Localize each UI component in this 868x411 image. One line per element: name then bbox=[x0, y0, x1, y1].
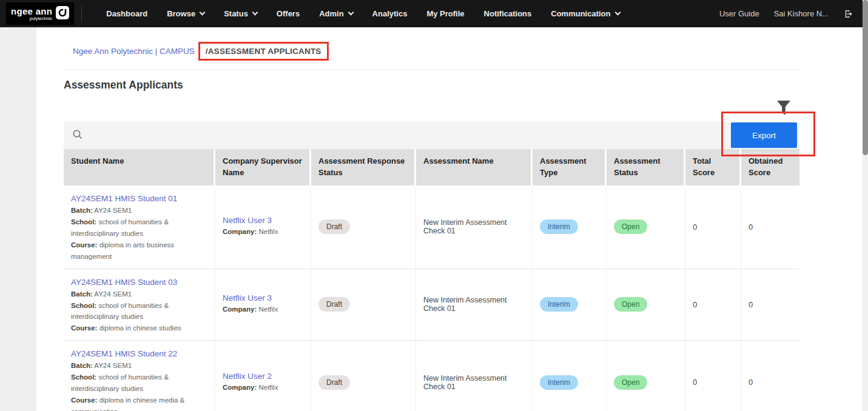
response-status-cell: Draft bbox=[311, 269, 416, 341]
main-content: Ngee Ann Polytechnic | CAMPUS /ASSESSMEN… bbox=[36, 27, 863, 411]
student-cell: AY24SEM1 HMIS Student 01 Batch: AY24 SEM… bbox=[64, 185, 215, 269]
table-header-row: Student Name Company Supervisor Name Ass… bbox=[64, 149, 799, 185]
status-badge-open: Open bbox=[614, 297, 647, 312]
nav-item-offers[interactable]: Offers bbox=[267, 0, 309, 27]
scrollbar-thumb[interactable] bbox=[863, 0, 868, 155]
nav-item-dashboard[interactable]: Dashboard bbox=[96, 0, 157, 27]
search-icon bbox=[72, 129, 83, 142]
assessment-type-cell: Interim bbox=[533, 269, 607, 341]
chevron-down-icon bbox=[200, 10, 206, 16]
nav-item-status[interactable]: Status bbox=[214, 0, 267, 27]
supervisor-name-link[interactable]: Netflix User 3 bbox=[223, 216, 272, 225]
type-badge-interim: Interim bbox=[540, 297, 578, 312]
nav-item-my-profile[interactable]: My Profile bbox=[417, 0, 474, 27]
response-status-cell: Draft bbox=[311, 341, 416, 411]
supervisor-cell: Netflix User 3 Company: Netfilx bbox=[215, 185, 311, 269]
col-header-assessment-status: Assessment Status bbox=[607, 149, 685, 185]
student-name-link[interactable]: AY24SEM1 HMIS Student 22 bbox=[71, 349, 177, 358]
col-header-student-name: Student Name bbox=[64, 149, 215, 185]
supervisor-name-link[interactable]: Netflix User 3 bbox=[223, 293, 272, 302]
nav-right-section: User Guide Sai Kishore N... bbox=[719, 8, 863, 19]
chevron-down-icon bbox=[614, 10, 621, 16]
status-badge-open: Open bbox=[614, 219, 647, 234]
nav-menu: Dashboard Browse Status Offers Admin Ana… bbox=[96, 0, 629, 27]
obtained-score-cell: 0 bbox=[741, 341, 799, 411]
search-input[interactable] bbox=[88, 130, 331, 141]
assessment-status-cell: Open bbox=[607, 341, 685, 411]
status-badge-draft: Draft bbox=[318, 375, 350, 390]
logo-line2: polytechnic bbox=[30, 16, 53, 21]
nav-divider bbox=[81, 5, 82, 22]
col-header-assessment-name: Assessment Name bbox=[416, 149, 533, 185]
nav-item-analytics[interactable]: Analytics bbox=[363, 0, 417, 27]
user-guide-link[interactable]: User Guide bbox=[719, 9, 759, 18]
breadcrumb: Ngee Ann Polytechnic | CAMPUS /ASSESSMEN… bbox=[64, 42, 799, 61]
breadcrumb-current: /ASSESSMENT APPLICANTS bbox=[206, 47, 321, 56]
chevron-down-icon bbox=[348, 10, 354, 16]
chevron-down-icon bbox=[252, 10, 258, 16]
username-label[interactable]: Sai Kishore N... bbox=[774, 9, 829, 18]
status-badge-draft: Draft bbox=[318, 297, 350, 312]
assessment-status-cell: Open bbox=[607, 185, 685, 269]
col-header-assessment-type: Assessment Type bbox=[533, 149, 607, 185]
total-score-cell: 0 bbox=[685, 341, 741, 411]
table-row: AY24SEM1 HMIS Student 01 Batch: AY24 SEM… bbox=[64, 185, 799, 269]
table-row: AY24SEM1 HMIS Student 22 Batch: AY24 SEM… bbox=[64, 341, 799, 411]
nav-item-browse[interactable]: Browse bbox=[157, 0, 214, 27]
ngee-ann-logo[interactable]: ngee ann polytechnic bbox=[6, 2, 74, 25]
logo-line1: ngee ann bbox=[11, 7, 52, 16]
obtained-score-cell: 0 bbox=[741, 185, 799, 269]
table-toolbar: Export bbox=[64, 122, 799, 149]
student-cell: AY24SEM1 HMIS Student 22 Batch: AY24 SEM… bbox=[64, 341, 215, 411]
total-score-cell: 0 bbox=[685, 185, 741, 269]
section-divider bbox=[64, 69, 799, 70]
page-title: Assessment Applicants bbox=[64, 79, 799, 92]
export-button[interactable]: Export bbox=[731, 122, 797, 148]
response-status-cell: Draft bbox=[311, 185, 416, 269]
col-header-company-supervisor: Company Supervisor Name bbox=[215, 149, 311, 185]
supervisor-name-link[interactable]: Netflix User 2 bbox=[223, 372, 272, 381]
student-cell: AY24SEM1 HMIS Student 03 Batch: AY24 SEM… bbox=[64, 269, 215, 341]
assessment-name-cell: New Interim Assessment Check 01 bbox=[416, 269, 533, 341]
nav-item-admin[interactable]: Admin bbox=[309, 0, 362, 27]
assessment-type-cell: Interim bbox=[533, 341, 607, 411]
nav-item-communication[interactable]: Communication bbox=[541, 0, 629, 27]
applicants-table: Student Name Company Supervisor Name Ass… bbox=[64, 149, 799, 411]
annotation-box-export: Export bbox=[721, 112, 815, 156]
assessment-name-cell: New Interim Assessment Check 01 bbox=[416, 185, 533, 269]
status-badge-open: Open bbox=[614, 375, 647, 390]
assessment-name-cell: New Interim Assessment Check 01 bbox=[416, 341, 533, 411]
type-badge-interim: Interim bbox=[540, 219, 578, 234]
type-badge-interim: Interim bbox=[540, 375, 578, 390]
top-navbar: ngee ann polytechnic Dashboard Browse St… bbox=[0, 0, 863, 27]
supervisor-cell: Netflix User 3 Company: Netfilx bbox=[215, 269, 311, 341]
assessment-type-cell: Interim bbox=[533, 185, 607, 269]
assessment-status-cell: Open bbox=[607, 269, 685, 341]
total-score-cell: 0 bbox=[685, 269, 741, 341]
col-header-response-status: Assessment Response Status bbox=[311, 149, 416, 185]
nav-item-notifications[interactable]: Notifications bbox=[474, 0, 542, 27]
logout-icon[interactable] bbox=[843, 8, 854, 19]
status-badge-draft: Draft bbox=[318, 219, 350, 234]
student-name-link[interactable]: AY24SEM1 HMIS Student 03 bbox=[71, 278, 177, 287]
student-name-link[interactable]: AY24SEM1 HMIS Student 01 bbox=[71, 194, 177, 203]
np-swirl-icon bbox=[56, 6, 69, 22]
page-scrollbar[interactable] bbox=[863, 0, 868, 411]
table-row: AY24SEM1 HMIS Student 03 Batch: AY24 SEM… bbox=[64, 269, 799, 341]
search-bar[interactable] bbox=[64, 122, 799, 149]
obtained-score-cell: 0 bbox=[741, 269, 799, 341]
annotation-box-breadcrumb: /ASSESSMENT APPLICANTS bbox=[198, 42, 329, 61]
breadcrumb-root-link[interactable]: Ngee Ann Polytechnic | CAMPUS bbox=[73, 47, 195, 56]
supervisor-cell: Netflix User 2 Company: Netfilx bbox=[215, 341, 311, 411]
